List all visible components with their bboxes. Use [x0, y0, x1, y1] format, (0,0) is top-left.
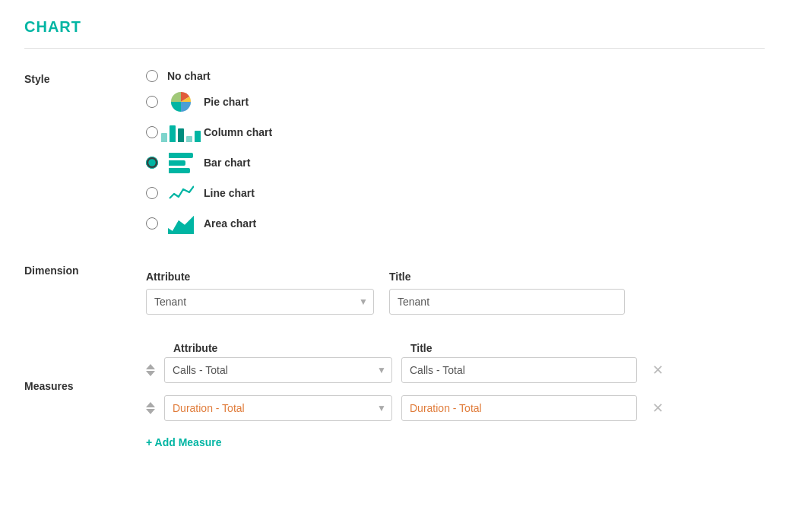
radio-pie-chart[interactable] [146, 96, 158, 108]
style-options: No chart Pie [146, 70, 765, 234]
reorder-arrows-2[interactable] [146, 402, 155, 414]
dimension-label: Dimension [24, 261, 146, 277]
measures-label: Measures [24, 342, 146, 392]
style-option-no-chart[interactable]: No chart [146, 70, 765, 82]
svg-marker-2 [168, 216, 194, 234]
measure-1-select[interactable]: Calls - Total [164, 357, 392, 383]
radio-bar-chart[interactable] [146, 157, 158, 169]
measures-attribute-header: Attribute [173, 342, 401, 354]
dimension-section: Dimension Attribute Tenant ▼ Title [24, 261, 765, 315]
radio-line-chart[interactable] [146, 187, 158, 199]
measure-1-select-wrap: Calls - Total ▼ [164, 357, 392, 383]
line-chart-icon [167, 182, 195, 204]
arrow-down-1[interactable] [146, 371, 155, 376]
radio-area-chart[interactable] [146, 217, 158, 230]
measures-headers: Attribute Title [146, 342, 765, 354]
area-chart-label: Area chart [204, 217, 256, 230]
dimension-attribute-select[interactable]: Tenant [146, 289, 374, 315]
pie-chart-icon [167, 91, 195, 112]
style-option-pie-chart[interactable]: Pie chart [146, 91, 765, 112]
bar-chart-icon [167, 152, 195, 173]
style-option-bar-chart[interactable]: Bar chart [146, 152, 765, 173]
page-title: CHART [24, 18, 765, 36]
dimension-attribute-select-wrap: Tenant ▼ [146, 289, 374, 315]
column-chart-label: Column chart [204, 126, 272, 138]
pie-chart-label: Pie chart [204, 96, 249, 108]
measures-title-header: Title [410, 342, 433, 354]
dimension-content: Attribute Tenant ▼ Title [146, 261, 765, 315]
measure-row-2: Duration - Total ▼ ✕ [146, 395, 765, 421]
style-option-area-chart[interactable]: Area chart [146, 213, 765, 234]
arrow-up-1[interactable] [146, 364, 155, 369]
add-measure-button[interactable]: + Add Measure [146, 436, 221, 448]
bar-chart-label: Bar chart [204, 157, 250, 169]
dimension-attribute-label: Attribute [146, 271, 374, 283]
no-chart-label: No chart [167, 70, 211, 82]
area-chart-icon [167, 213, 195, 234]
line-chart-label: Line chart [204, 187, 255, 199]
reorder-arrows-1[interactable] [146, 364, 155, 376]
dimension-title-label: Title [389, 271, 625, 283]
dimension-title-input[interactable] [389, 289, 625, 315]
measure-2-remove-button[interactable]: ✕ [649, 401, 667, 415]
measures-section: Measures Attribute Title Calls - Total ▼ [24, 342, 765, 448]
measure-row-1: Calls - Total ▼ ✕ [146, 357, 765, 383]
measure-1-title-input[interactable] [401, 357, 637, 383]
arrow-up-2[interactable] [146, 402, 155, 407]
style-option-column-chart[interactable]: Column chart [146, 122, 765, 143]
measure-2-select[interactable]: Duration - Total [164, 395, 392, 421]
column-chart-icon [167, 122, 195, 143]
measures-body: Attribute Title Calls - Total ▼ ✕ [146, 342, 765, 448]
radio-no-chart[interactable] [146, 70, 158, 82]
style-label: Style [24, 70, 146, 85]
measure-2-title-input[interactable] [401, 395, 637, 421]
arrow-down-2[interactable] [146, 409, 155, 414]
page-container: CHART Style No chart [0, 0, 789, 532]
style-option-line-chart[interactable]: Line chart [146, 182, 765, 204]
style-section: Style No chart [24, 70, 765, 234]
radio-column-chart[interactable] [146, 126, 158, 138]
header-divider [24, 48, 765, 49]
measure-1-remove-button[interactable]: ✕ [649, 363, 667, 377]
measure-2-select-wrap: Duration - Total ▼ [164, 395, 392, 421]
